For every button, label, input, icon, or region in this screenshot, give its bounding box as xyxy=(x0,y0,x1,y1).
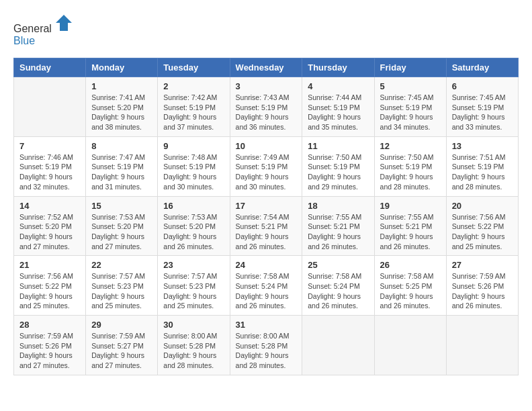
day-number: 5 xyxy=(380,81,441,91)
day-info: Sunrise: 7:51 AMSunset: 5:19 PMDaylight:… xyxy=(452,152,513,192)
day-cell-31: 31Sunrise: 8:00 AMSunset: 5:28 PMDayligh… xyxy=(230,316,302,375)
day-number: 12 xyxy=(380,141,441,151)
day-number: 2 xyxy=(163,81,224,91)
day-cell-2: 2Sunrise: 7:42 AMSunset: 5:19 PMDaylight… xyxy=(158,77,230,137)
week-row-5: 28Sunrise: 7:59 AMSunset: 5:26 PMDayligh… xyxy=(14,316,519,375)
day-info: Sunrise: 7:43 AMSunset: 5:19 PMDaylight:… xyxy=(236,93,297,132)
day-info: Sunrise: 7:45 AMSunset: 5:19 PMDaylight:… xyxy=(452,93,513,132)
weekday-header-tuesday: Tuesday xyxy=(158,58,230,77)
day-cell-24: 24Sunrise: 7:58 AMSunset: 5:24 PMDayligh… xyxy=(230,256,302,316)
empty-cell xyxy=(302,316,374,375)
day-info: Sunrise: 7:52 AMSunset: 5:20 PMDaylight:… xyxy=(19,212,80,252)
day-cell-27: 27Sunrise: 7:59 AMSunset: 5:26 PMDayligh… xyxy=(446,256,518,316)
logo-general: General xyxy=(13,23,52,34)
day-info: Sunrise: 7:53 AMSunset: 5:20 PMDaylight:… xyxy=(163,212,224,252)
day-cell-26: 26Sunrise: 7:58 AMSunset: 5:25 PMDayligh… xyxy=(374,256,446,316)
day-cell-25: 25Sunrise: 7:58 AMSunset: 5:24 PMDayligh… xyxy=(302,256,374,316)
day-info: Sunrise: 7:46 AMSunset: 5:19 PMDaylight:… xyxy=(19,152,80,192)
day-number: 26 xyxy=(380,260,441,270)
day-info: Sunrise: 7:41 AMSunset: 5:20 PMDaylight:… xyxy=(91,93,152,132)
day-info: Sunrise: 7:57 AMSunset: 5:23 PMDaylight:… xyxy=(163,271,224,311)
day-number: 24 xyxy=(236,260,297,270)
day-cell-19: 19Sunrise: 7:55 AMSunset: 5:21 PMDayligh… xyxy=(374,196,446,256)
logo: General Blue xyxy=(13,13,73,47)
day-cell-5: 5Sunrise: 7:45 AMSunset: 5:19 PMDaylight… xyxy=(374,77,446,137)
day-number: 29 xyxy=(91,320,152,330)
week-row-2: 7Sunrise: 7:46 AMSunset: 5:19 PMDaylight… xyxy=(14,136,519,196)
day-info: Sunrise: 7:47 AMSunset: 5:19 PMDaylight:… xyxy=(91,152,152,192)
day-cell-22: 22Sunrise: 7:57 AMSunset: 5:23 PMDayligh… xyxy=(86,256,158,316)
day-cell-30: 30Sunrise: 8:00 AMSunset: 5:28 PMDayligh… xyxy=(158,316,230,375)
day-info: Sunrise: 7:56 AMSunset: 5:22 PMDaylight:… xyxy=(19,271,80,311)
day-info: Sunrise: 7:55 AMSunset: 5:21 PMDaylight:… xyxy=(308,212,368,252)
day-number: 15 xyxy=(91,201,152,211)
day-cell-20: 20Sunrise: 7:56 AMSunset: 5:22 PMDayligh… xyxy=(446,196,518,256)
day-cell-13: 13Sunrise: 7:51 AMSunset: 5:19 PMDayligh… xyxy=(446,136,518,196)
week-row-1: 1Sunrise: 7:41 AMSunset: 5:20 PMDaylight… xyxy=(14,77,519,137)
day-number: 25 xyxy=(308,260,368,270)
day-cell-12: 12Sunrise: 7:50 AMSunset: 5:19 PMDayligh… xyxy=(374,136,446,196)
day-number: 30 xyxy=(163,320,224,330)
day-cell-7: 7Sunrise: 7:46 AMSunset: 5:19 PMDaylight… xyxy=(14,136,86,196)
day-cell-15: 15Sunrise: 7:53 AMSunset: 5:20 PMDayligh… xyxy=(86,196,158,256)
day-number: 17 xyxy=(236,201,297,211)
day-info: Sunrise: 7:42 AMSunset: 5:19 PMDaylight:… xyxy=(163,93,224,132)
day-info: Sunrise: 7:50 AMSunset: 5:19 PMDaylight:… xyxy=(308,152,368,192)
week-row-3: 14Sunrise: 7:52 AMSunset: 5:20 PMDayligh… xyxy=(14,196,519,256)
day-number: 9 xyxy=(163,141,224,151)
weekday-header-saturday: Saturday xyxy=(446,58,518,77)
day-info: Sunrise: 7:49 AMSunset: 5:19 PMDaylight:… xyxy=(236,152,297,192)
day-info: Sunrise: 7:59 AMSunset: 5:27 PMDaylight:… xyxy=(91,331,152,371)
empty-cell xyxy=(374,316,446,375)
day-number: 11 xyxy=(308,141,368,151)
page-header: General Blue xyxy=(13,13,519,47)
logo-blue: Blue xyxy=(13,35,35,46)
empty-cell xyxy=(14,77,86,137)
weekday-header-sunday: Sunday xyxy=(14,58,86,77)
day-cell-1: 1Sunrise: 7:41 AMSunset: 5:20 PMDaylight… xyxy=(86,77,158,137)
day-cell-9: 9Sunrise: 7:48 AMSunset: 5:19 PMDaylight… xyxy=(158,136,230,196)
weekday-header-monday: Monday xyxy=(86,58,158,77)
day-info: Sunrise: 7:58 AMSunset: 5:24 PMDaylight:… xyxy=(308,271,368,311)
day-number: 14 xyxy=(19,201,80,211)
day-number: 13 xyxy=(452,141,513,151)
day-number: 3 xyxy=(236,81,297,91)
week-row-4: 21Sunrise: 7:56 AMSunset: 5:22 PMDayligh… xyxy=(14,256,519,316)
day-cell-10: 10Sunrise: 7:49 AMSunset: 5:19 PMDayligh… xyxy=(230,136,302,196)
day-cell-3: 3Sunrise: 7:43 AMSunset: 5:19 PMDaylight… xyxy=(230,77,302,137)
day-cell-16: 16Sunrise: 7:53 AMSunset: 5:20 PMDayligh… xyxy=(158,196,230,256)
day-number: 28 xyxy=(19,320,80,330)
day-info: Sunrise: 7:44 AMSunset: 5:19 PMDaylight:… xyxy=(308,93,368,132)
day-info: Sunrise: 7:59 AMSunset: 5:26 PMDaylight:… xyxy=(452,271,513,311)
day-info: Sunrise: 7:53 AMSunset: 5:20 PMDaylight:… xyxy=(91,212,152,252)
logo-icon xyxy=(54,13,73,32)
day-number: 6 xyxy=(452,81,513,91)
day-info: Sunrise: 7:58 AMSunset: 5:25 PMDaylight:… xyxy=(380,271,441,311)
day-info: Sunrise: 7:56 AMSunset: 5:22 PMDaylight:… xyxy=(452,212,513,252)
day-info: Sunrise: 7:54 AMSunset: 5:21 PMDaylight:… xyxy=(236,212,297,252)
day-number: 21 xyxy=(19,260,80,270)
weekday-header-friday: Friday xyxy=(374,58,446,77)
day-number: 23 xyxy=(163,260,224,270)
day-number: 7 xyxy=(19,141,80,151)
day-cell-23: 23Sunrise: 7:57 AMSunset: 5:23 PMDayligh… xyxy=(158,256,230,316)
calendar-header-row: SundayMondayTuesdayWednesdayThursdayFrid… xyxy=(14,58,519,77)
day-info: Sunrise: 7:45 AMSunset: 5:19 PMDaylight:… xyxy=(380,93,441,132)
day-number: 1 xyxy=(91,81,152,91)
day-number: 8 xyxy=(91,141,152,151)
day-cell-8: 8Sunrise: 7:47 AMSunset: 5:19 PMDaylight… xyxy=(86,136,158,196)
day-number: 4 xyxy=(308,81,368,91)
day-cell-17: 17Sunrise: 7:54 AMSunset: 5:21 PMDayligh… xyxy=(230,196,302,256)
calendar: SundayMondayTuesdayWednesdayThursdayFrid… xyxy=(13,58,519,375)
day-cell-4: 4Sunrise: 7:44 AMSunset: 5:19 PMDaylight… xyxy=(302,77,374,137)
day-number: 20 xyxy=(452,201,513,211)
empty-cell xyxy=(446,316,518,375)
day-number: 10 xyxy=(236,141,297,151)
day-number: 16 xyxy=(163,201,224,211)
day-info: Sunrise: 7:48 AMSunset: 5:19 PMDaylight:… xyxy=(163,152,224,192)
day-cell-28: 28Sunrise: 7:59 AMSunset: 5:26 PMDayligh… xyxy=(14,316,86,375)
day-number: 18 xyxy=(308,201,368,211)
day-cell-29: 29Sunrise: 7:59 AMSunset: 5:27 PMDayligh… xyxy=(86,316,158,375)
weekday-header-thursday: Thursday xyxy=(302,58,374,77)
day-number: 27 xyxy=(452,260,513,270)
